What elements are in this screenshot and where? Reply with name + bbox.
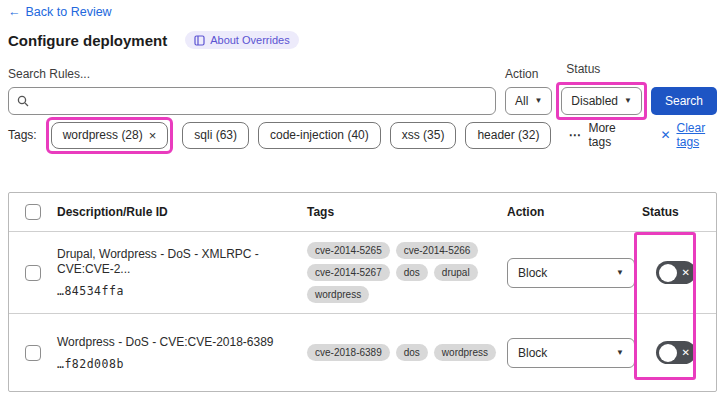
toggle-off-icon: ✕ <box>682 268 690 278</box>
rule-tags: cve-2018-6389 dos wordpress <box>307 344 507 361</box>
column-header-description: Description/Rule ID <box>57 205 307 219</box>
remove-tag-icon[interactable]: × <box>149 128 157 143</box>
action-select-value: Block <box>518 346 547 360</box>
rule-tags: cve-2014-5265 cve-2014-5266 cve-2014-526… <box>307 242 507 303</box>
select-all-checkbox[interactable] <box>25 204 41 220</box>
tag-filter-header[interactable]: header (32) <box>465 122 551 149</box>
chevron-down-icon: ▼ <box>616 349 624 357</box>
back-to-review-link[interactable]: ← Back to Review <box>8 5 112 19</box>
toggle-knob <box>659 344 677 362</box>
status-filter-dropdown[interactable]: Disabled ▼ <box>561 87 642 115</box>
column-header-status: Status <box>642 205 716 219</box>
rule-tag: cve-2014-5267 <box>307 264 390 281</box>
rule-tag: wordpress <box>307 286 369 303</box>
chevron-down-icon: ▼ <box>534 97 542 105</box>
chevron-down-icon: ▼ <box>624 97 632 105</box>
about-overrides-label: About Overrides <box>210 34 289 46</box>
more-tags-label: More tags <box>588 121 635 149</box>
chevron-down-icon: ▼ <box>616 269 624 277</box>
tags-label: Tags: <box>8 128 37 142</box>
rule-tag: wordpress <box>434 344 496 361</box>
ellipsis-icon: ⋯ <box>568 128 581 142</box>
rule-tag: cve-2014-5266 <box>396 242 479 259</box>
about-overrides-badge[interactable]: About Overrides <box>185 31 298 49</box>
tag-filter-xss[interactable]: xss (35) <box>390 122 457 149</box>
search-input[interactable] <box>35 94 487 108</box>
rule-tag: drupal <box>434 264 478 281</box>
action-filter-label: Action <box>505 67 552 81</box>
tag-filter-label: wordpress (28) <box>63 128 143 142</box>
search-rules-label: Search Rules... <box>8 67 496 81</box>
rule-tag: cve-2014-5265 <box>307 242 390 259</box>
rules-table: Description/Rule ID Tags Action Status D… <box>8 192 717 392</box>
highlight-selected-tag: wordpress (28) × <box>46 117 174 154</box>
tag-filter-sqli[interactable]: sqli (63) <box>182 122 249 149</box>
page-title: Configure deployment <box>8 32 167 49</box>
column-header-action: Action <box>507 205 642 219</box>
back-arrow-icon: ← <box>8 5 21 19</box>
toggle-knob <box>659 264 677 282</box>
configure-deployment-page: ← Back to Review Configure deployment Ab… <box>0 0 725 406</box>
highlight-status-filter: Disabled ▼ <box>556 82 647 120</box>
status-filter-label: Status <box>566 62 642 76</box>
table-row: Drupal, Wordpress - DoS - XMLRPC - CVE:C… <box>9 231 716 313</box>
rule-tag: dos <box>396 344 428 361</box>
search-icon <box>17 95 29 107</box>
book-icon <box>194 35 205 46</box>
toggle-off-icon: ✕ <box>682 348 690 358</box>
column-header-tags: Tags <box>307 205 507 219</box>
tag-filter-wordpress[interactable]: wordpress (28) × <box>51 122 169 149</box>
search-button[interactable]: Search <box>651 87 717 115</box>
status-filter-value: Disabled <box>571 94 618 108</box>
rule-tag: cve-2018-6389 <box>307 344 390 361</box>
table-row: Wordpress - DoS - CVE:CVE-2018-6389 …f82… <box>9 313 716 391</box>
rule-tag: dos <box>396 264 428 281</box>
action-select[interactable]: Block ▼ <box>507 258 635 288</box>
close-icon: ✕ <box>660 128 670 142</box>
rule-id: …f82d008b <box>57 357 293 371</box>
row-checkbox[interactable] <box>25 345 41 361</box>
rule-description: Wordpress - DoS - CVE:CVE-2018-6389 <box>57 335 293 350</box>
row-checkbox[interactable] <box>25 265 41 281</box>
back-link-label: Back to Review <box>26 5 112 19</box>
clear-tags-label: Clear tags <box>676 121 725 149</box>
action-filter-value: All <box>515 94 528 108</box>
tag-filter-code-injection[interactable]: code-injection (40) <box>258 122 381 149</box>
status-toggle[interactable]: ✕ <box>656 341 696 364</box>
clear-tags-button[interactable]: ✕ Clear tags <box>660 121 725 149</box>
action-select-value: Block <box>518 266 547 280</box>
search-input-container <box>8 87 496 115</box>
action-filter-dropdown[interactable]: All ▼ <box>505 87 552 115</box>
more-tags-button[interactable]: ⋯ More tags <box>568 121 635 149</box>
action-select[interactable]: Block ▼ <box>507 338 635 368</box>
rule-id: …84534ffa <box>57 284 293 298</box>
table-header-row: Description/Rule ID Tags Action Status <box>9 193 716 231</box>
rule-description: Drupal, Wordpress - DoS - XMLRPC - CVE:C… <box>57 247 293 277</box>
status-toggle[interactable]: ✕ <box>656 261 696 284</box>
